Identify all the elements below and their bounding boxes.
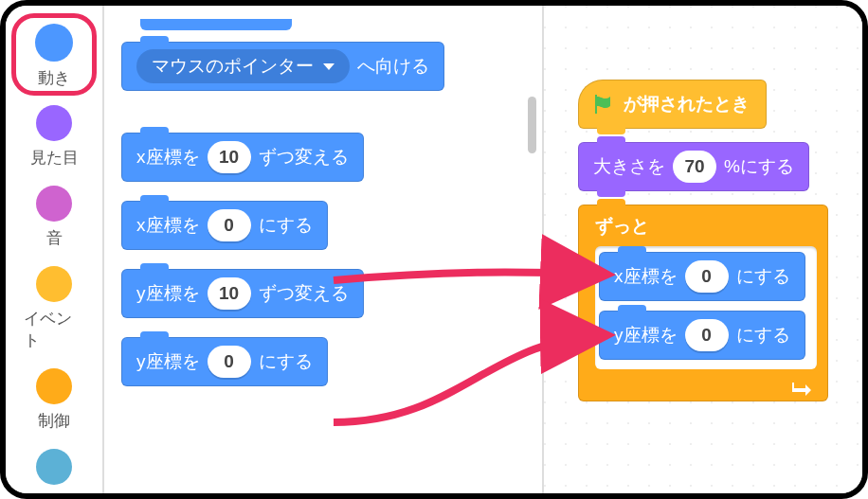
block-when-flag-clicked[interactable]: が押されたとき bbox=[578, 80, 767, 129]
input-x-value[interactable]: 0 bbox=[208, 209, 251, 241]
block-set-size[interactable]: 大きさを 70 %にする bbox=[578, 142, 809, 191]
input-size[interactable]: 70 bbox=[673, 151, 716, 183]
dropdown-target[interactable]: マウスのポインター bbox=[136, 49, 350, 83]
block-forever[interactable]: ずっと x座標を 0 にする y座標を 0 にする bbox=[578, 205, 828, 401]
category-looks[interactable]: 見た目 bbox=[24, 105, 84, 169]
script-area[interactable]: が押されたとき 大きさを 70 %にする ずっと x座標を 0 にする y座標を… bbox=[544, 6, 862, 493]
block-palette: マウスのポインター へ向ける x座標を 10 ずつ変える x座標を 0 にする … bbox=[104, 6, 544, 493]
category-sound[interactable]: 音 bbox=[24, 186, 84, 249]
block-set-y[interactable]: y座標を 0 にする bbox=[121, 337, 328, 386]
motion-icon bbox=[35, 24, 73, 62]
category-sensing[interactable] bbox=[24, 449, 84, 490]
looks-icon bbox=[36, 105, 72, 141]
category-sidebar: 動き 見た目 音 イベント 制御 bbox=[6, 6, 104, 493]
category-events[interactable]: イベント bbox=[24, 266, 84, 351]
category-label: 動き bbox=[38, 67, 70, 89]
category-label: 見た目 bbox=[30, 147, 79, 169]
sensing-icon bbox=[36, 449, 72, 485]
block-point-towards[interactable]: マウスのポインター へ向ける bbox=[121, 42, 444, 91]
category-motion[interactable]: 動き bbox=[11, 13, 97, 96]
category-label: 音 bbox=[46, 227, 63, 249]
block-change-x[interactable]: x座標を 10 ずつ変える bbox=[121, 133, 364, 182]
input-y-value-script[interactable]: 0 bbox=[685, 319, 729, 351]
input-x-delta[interactable]: 10 bbox=[208, 141, 251, 173]
block-change-y[interactable]: y座標を 10 ずつ変える bbox=[121, 269, 364, 318]
block-set-x-script[interactable]: x座標を 0 にする bbox=[599, 252, 805, 301]
category-label: イベント bbox=[24, 308, 84, 351]
palette-scrollbar[interactable] bbox=[528, 97, 536, 153]
block-stub bbox=[140, 19, 292, 30]
category-control[interactable]: 制御 bbox=[24, 368, 84, 432]
input-y-value[interactable]: 0 bbox=[208, 346, 251, 378]
input-x-value-script[interactable]: 0 bbox=[685, 260, 729, 293]
category-label: 制御 bbox=[38, 410, 70, 432]
control-icon bbox=[36, 368, 72, 404]
block-set-y-script[interactable]: y座標を 0 にする bbox=[599, 311, 805, 360]
input-y-delta[interactable]: 10 bbox=[208, 277, 251, 310]
green-flag-icon bbox=[591, 93, 614, 116]
block-set-x[interactable]: x座標を 0 にする bbox=[121, 201, 328, 250]
events-icon bbox=[36, 266, 72, 302]
loop-arrow-icon bbox=[790, 377, 813, 396]
sound-icon bbox=[36, 186, 72, 222]
